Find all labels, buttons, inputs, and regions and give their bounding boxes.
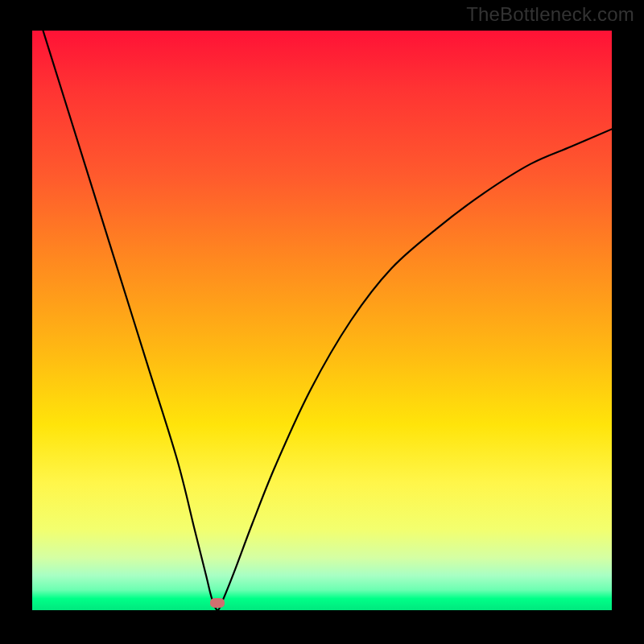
optimum-marker: [210, 598, 225, 608]
watermark-text: TheBottleneck.com: [466, 3, 634, 26]
bottleneck-curve: [32, 31, 612, 610]
curve-svg: [32, 31, 612, 610]
plot-area: [32, 31, 612, 610]
chart-frame: TheBottleneck.com: [0, 0, 644, 644]
